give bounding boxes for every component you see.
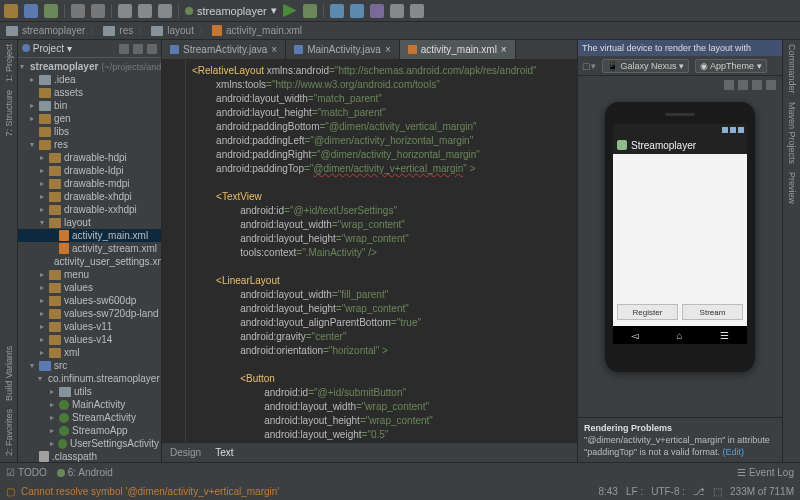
breadcrumb-item[interactable]: activity_main.xml [226, 25, 302, 36]
tree-node[interactable]: ▸utils [18, 385, 161, 398]
debug-icon[interactable] [303, 4, 317, 18]
line-separator[interactable]: LF : [626, 486, 643, 497]
tree-node[interactable]: ▸values [18, 281, 161, 294]
tree-file[interactable]: .classpath [18, 450, 161, 462]
stream-button[interactable]: Stream [682, 304, 743, 320]
git-branch-icon[interactable]: ⎇ [693, 486, 705, 497]
undo-icon[interactable] [71, 4, 85, 18]
tab-main-activity[interactable]: MainActivity.java × [286, 40, 400, 59]
preview-panel: The virtual device to render the layout … [577, 40, 782, 462]
event-log[interactable]: ☰ Event Log [737, 467, 794, 478]
avd-icon[interactable] [330, 4, 344, 18]
tree-node[interactable]: libs [18, 125, 161, 138]
tab-activity-main-xml[interactable]: activity_main.xml × [400, 40, 516, 59]
breadcrumb-item[interactable]: layout [167, 25, 194, 36]
hide-icon[interactable] [147, 44, 157, 54]
tool-favorites[interactable]: 2: Favorites [4, 409, 14, 456]
tool-preview[interactable]: Preview [787, 172, 797, 204]
project-tree[interactable]: ▾streamoplayer (~/projects/android) ▸.id… [18, 58, 161, 462]
tree-node[interactable]: ▸drawable-ldpi [18, 164, 161, 177]
tree-class[interactable]: ▸MainActivity [18, 398, 161, 411]
tool-build-variants[interactable]: Build Variants [4, 346, 14, 401]
folder-icon [151, 26, 163, 36]
tool-structure[interactable]: 7: Structure [4, 90, 14, 137]
tree-root[interactable]: ▾streamoplayer (~/projects/android) [18, 60, 161, 73]
tree-file-selected[interactable]: activity_main.xml [18, 229, 161, 242]
zoom-in-icon[interactable] [724, 80, 734, 90]
tree-class[interactable]: ▸UserSettingsActivity [18, 437, 161, 450]
sync-icon[interactable] [44, 4, 58, 18]
tree-node[interactable]: ▾co.infinum.streamoplayer [18, 372, 161, 385]
collapse-icon[interactable] [119, 44, 129, 54]
zoom-out-icon[interactable] [738, 80, 748, 90]
help-icon[interactable] [410, 4, 424, 18]
design-tab[interactable]: Design [170, 447, 201, 458]
tree-file[interactable]: activity_user_settings.xml [18, 255, 161, 268]
tree-node[interactable]: ▾src [18, 359, 161, 372]
device-frame: Streamoplayer Register Stream ◅⌂☰ [605, 102, 755, 372]
tree-node[interactable]: ▸bin [18, 99, 161, 112]
android-navbar: ◅⌂☰ [613, 326, 747, 344]
text-tab[interactable]: Text [215, 447, 233, 458]
copy-icon[interactable] [138, 4, 152, 18]
readonly-lock-icon[interactable]: ⬚ [713, 486, 722, 497]
app-content-area: Register Stream [613, 154, 747, 326]
tree-class[interactable]: ▸StreamoApp [18, 424, 161, 437]
android-tool[interactable]: 6: Android [57, 467, 113, 478]
tree-node[interactable]: ▸values-v11 [18, 320, 161, 333]
tree-node[interactable]: ▸drawable-xhdpi [18, 190, 161, 203]
preview-hint: The virtual device to render the layout … [578, 40, 782, 56]
tree-node[interactable]: ▸values-sw720dp-land [18, 307, 161, 320]
tree-node[interactable]: ▸drawable-xxhdpi [18, 203, 161, 216]
tool-commander[interactable]: Commander [787, 44, 797, 94]
redo-icon[interactable] [91, 4, 105, 18]
todo-tool[interactable]: ☑ TODO [6, 467, 47, 478]
breadcrumb-item[interactable]: streamoplayer [22, 25, 85, 36]
tool-project[interactable]: 1: Project [4, 44, 14, 82]
refresh-icon[interactable] [752, 80, 762, 90]
tree-node[interactable]: ▸values-sw600dp [18, 294, 161, 307]
tree-node[interactable]: ▸values-v14 [18, 333, 161, 346]
tree-node[interactable]: ▾layout [18, 216, 161, 229]
run-icon[interactable] [283, 4, 297, 18]
breadcrumb-item[interactable]: res [119, 25, 133, 36]
code-editor[interactable]: <RelativeLayout xmlns:android="http://sc… [162, 60, 577, 442]
tree-node[interactable]: ▸drawable-mdpi [18, 177, 161, 190]
file-encoding[interactable]: UTF-8 : [651, 486, 685, 497]
tree-node[interactable]: assets [18, 86, 161, 99]
tree-node[interactable]: ▸drawable-hdpi [18, 151, 161, 164]
tab-stream-activity[interactable]: StreamActivity.java × [162, 40, 286, 59]
home-icon[interactable]: ⌂ [676, 330, 682, 341]
gear-icon[interactable] [133, 44, 143, 54]
ddms-icon[interactable] [370, 4, 384, 18]
preview-toolbar: ▢▾ 📱 Galaxy Nexus ▾ ◉ AppTheme ▾ [578, 56, 782, 76]
memory-indicator[interactable]: 233M of 711M [730, 486, 794, 497]
tree-class[interactable]: ▸StreamActivity [18, 411, 161, 424]
back-icon[interactable]: ◅ [631, 330, 639, 341]
open-icon[interactable] [4, 4, 18, 18]
register-button[interactable]: Register [617, 304, 678, 320]
device-selector[interactable]: 📱 Galaxy Nexus ▾ [602, 59, 689, 73]
settings-icon[interactable] [766, 80, 776, 90]
tree-file[interactable]: activity_stream.xml [18, 242, 161, 255]
recents-icon[interactable]: ☰ [720, 330, 729, 341]
run-config-selector[interactable]: streamoplayer ▾ [185, 4, 277, 17]
tree-node[interactable]: ▸.idea [18, 73, 161, 86]
tree-node[interactable]: ▸menu [18, 268, 161, 281]
theme-selector[interactable]: ◉ AppTheme ▾ [695, 59, 767, 73]
tool-maven[interactable]: Maven Projects [787, 102, 797, 164]
tree-node[interactable]: ▸gen [18, 112, 161, 125]
design-text-tabs: Design Text [162, 442, 577, 462]
save-icon[interactable] [24, 4, 38, 18]
paste-icon[interactable] [158, 4, 172, 18]
sdk-icon[interactable] [350, 4, 364, 18]
cut-icon[interactable] [118, 4, 132, 18]
edit-link[interactable]: (Edit) [722, 447, 744, 457]
status-bar: ▢ Cannot resolve symbol '@dimen/activity… [0, 482, 800, 500]
ide-settings-icon[interactable] [390, 4, 404, 18]
caret-position[interactable]: 8:43 [598, 486, 617, 497]
status-icon[interactable]: ▢ [6, 486, 15, 497]
folder-icon [103, 26, 115, 36]
tree-node[interactable]: ▸xml [18, 346, 161, 359]
tree-node[interactable]: ▾res [18, 138, 161, 151]
